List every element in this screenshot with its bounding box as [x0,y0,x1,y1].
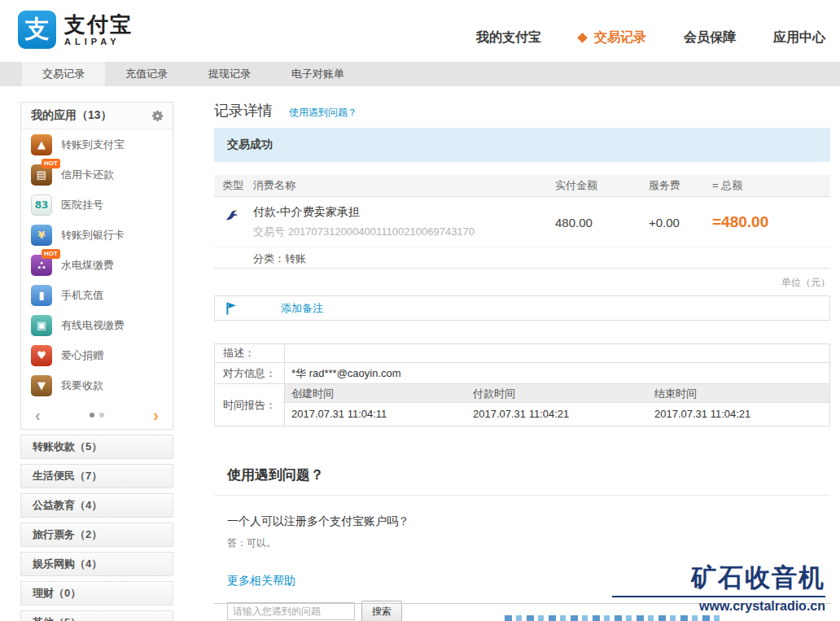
app-item-charity-donate[interactable]: ♥ 爱心捐赠 [21,340,173,370]
faq-heading: 使用遇到问题？ [227,466,830,484]
col-type: 类型 [214,178,253,193]
app-label: 爱心捐赠 [61,348,103,363]
tab-withdraw-records[interactable]: 提现记录 [188,62,271,86]
page: 支 支付宝 ALIPAY 我的支付宝 交易记录 会员保障 应用中心 交易记录 充… [0,0,840,621]
trade-no-value: 20170731200040011100210069743170 [288,225,475,238]
sidebar-category-transfer[interactable]: 转账收款（5） [20,435,173,459]
faq-divider [214,495,830,496]
hot-badge: HOT [42,159,60,168]
txn-name-cell: 付款-中介费卖家承担 交易号 2017073120004001110021006… [253,205,555,239]
time-table-values: 2017.07.31 11:04:11 2017.07.31 11:04:21 … [285,403,829,425]
top-header: 支 支付宝 ALIPAY 我的支付宝 交易记录 会员保障 应用中心 [0,0,840,62]
detail-row-counterparty: 对方信息： *华 rad***@caoyin.com [215,363,829,384]
icon-glyph: ▼ [37,380,46,391]
swallow-transfer-icon [214,205,253,239]
app-item-utilities-pay[interactable]: ∴HOT 水电煤缴费 [21,250,173,280]
icon-glyph: ▤ [37,169,46,180]
icon-glyph: ▲ [37,139,46,150]
txn-row: 付款-中介费卖家承担 交易号 2017073120004001110021006… [214,197,830,247]
nav-member-protection[interactable]: 会员保障 [684,29,736,46]
pager-next-icon[interactable]: › [153,407,159,423]
app-item-receive-money[interactable]: ▼ 我要收款 [21,370,173,400]
status-banner: 交易成功 [214,128,830,162]
app-label: 我要收款 [61,378,103,393]
gear-icon[interactable] [151,109,164,123]
nav-label: 会员保障 [684,29,736,46]
hot-badge: HOT [42,249,60,259]
app-label: 手机充值 [61,288,103,303]
tab-transaction-records[interactable]: 交易记录 [22,62,105,86]
app-pager: ‹ › [21,400,173,429]
description-label: 描述： [215,344,285,362]
app-label: 医院挂号 [61,198,103,212]
nav-my-alipay[interactable]: 我的支付宝 [476,29,541,46]
unit-note: 单位（元） [214,276,830,290]
details-table: 描述： 对方信息： *华 rad***@caoyin.com 时间报告： 创建时… [214,343,830,426]
credit-card-repay-icon: ▤HOT [31,164,52,186]
counterparty-label: 对方信息： [215,363,285,383]
trade-no-label: 交易号 [253,225,285,238]
title-row: 记录详情 使用遇到问题？ [214,103,830,120]
tab-e-statement[interactable]: 电子对账单 [271,62,365,86]
status-text: 交易成功 [227,138,273,152]
brand-cn: 支付宝 [64,13,133,37]
faq-more-link[interactable]: 更多相关帮助 [227,574,295,588]
alipay-logo[interactable]: 支 支付宝 ALIPAY [18,11,133,49]
nav-label: 我的支付宝 [476,29,541,46]
txn-paid-amount: 480.00 [555,205,649,239]
icon-glyph: ▣ [37,320,46,330]
app-item-cable-tv-pay[interactable]: ▣ 有线电视缴费 [21,310,173,340]
sidebar-category-travel[interactable]: 旅行票务（2） [20,523,173,547]
sidebar-category-finance[interactable]: 理财（0） [20,581,173,606]
watermark: 矿石收音机 www.crystalradio.cn [612,562,825,614]
mobile-topup-icon: ▮ [31,285,52,306]
icon-glyph: ♥ [37,350,46,361]
sidebar: 我的应用（13） ▲ 转账到支付宝 ▤HOT 信用卡还款 83 医院挂号 [20,102,173,621]
sidebar-category-life[interactable]: 生活便民（7） [20,464,173,488]
col-paid: 实付金额 [555,178,649,193]
pager-dot-active[interactable] [90,413,94,418]
watermark-url: www.crystalradio.cn [612,599,825,614]
cable-tv-pay-icon: ▣ [31,315,52,336]
sidebar-category-entertainment[interactable]: 娱乐网购（4） [20,552,173,576]
alipay-logo-icon: 支 [18,11,56,49]
faq-search-input[interactable] [227,602,355,620]
pager-dots [90,413,104,418]
tab-topup-records[interactable]: 充值记录 [105,62,188,86]
sidebar-category-charity-edu[interactable]: 公益教育（4） [20,493,173,518]
add-note-link[interactable]: 添加备注 [281,301,323,316]
time-finished-value: 2017.07.31 11:04:21 [648,403,829,425]
time-paid-header: 付款时间 [466,384,648,402]
app-item-transfer-to-alipay[interactable]: ▲ 转账到支付宝 [21,129,173,160]
txn-category: 分类：转账 [214,247,830,269]
nav-transaction-records[interactable]: 交易记录 [579,29,646,46]
app-item-hospital-register[interactable]: 83 医院挂号 [21,190,173,220]
icon-glyph: ¥ [37,230,45,240]
time-report-label: 时间报告： [215,384,285,426]
faq-question: 一个人可以注册多个支付宝账户吗？ [227,514,830,529]
my-apps-title: 我的应用（13） [31,108,112,123]
time-created-header: 创建时间 [285,384,466,402]
watermark-underline [612,596,825,597]
app-label: 信用卡还款 [61,168,114,182]
utilities-pay-icon: ∴HOT [31,255,52,276]
pager-dot[interactable] [99,413,104,418]
col-fee: 服务费 [649,178,712,193]
charity-donate-icon: ♥ [31,345,52,366]
txn-total-amount: =480.00 [712,205,830,239]
app-item-transfer-to-bank[interactable]: ¥ 转账到银行卡 [21,220,173,250]
brand-en: ALIPAY [64,37,133,46]
main-content: 记录详情 使用遇到问题？ 交易成功 类型 消费名称 实付金额 服务费 = 总额 … [214,96,830,621]
txn-service-fee: +0.00 [649,205,712,239]
app-item-mobile-topup[interactable]: ▮ 手机充值 [21,280,173,310]
my-apps-panel: 我的应用（13） ▲ 转账到支付宝 ▤HOT 信用卡还款 83 医院挂号 [20,102,173,430]
app-item-credit-card-repay[interactable]: ▤HOT 信用卡还款 [21,160,173,190]
nav-app-center[interactable]: 应用中心 [773,29,825,46]
icon-glyph: ∴ [37,260,46,271]
detail-row-description: 描述： [215,344,829,363]
nav-label: 应用中心 [773,29,825,46]
help-link[interactable]: 使用遇到问题？ [289,106,357,120]
sidebar-category-other[interactable]: 其他（5） [20,610,173,621]
col-name: 消费名称 [253,178,555,193]
pager-prev-icon[interactable]: ‹ [35,407,41,423]
